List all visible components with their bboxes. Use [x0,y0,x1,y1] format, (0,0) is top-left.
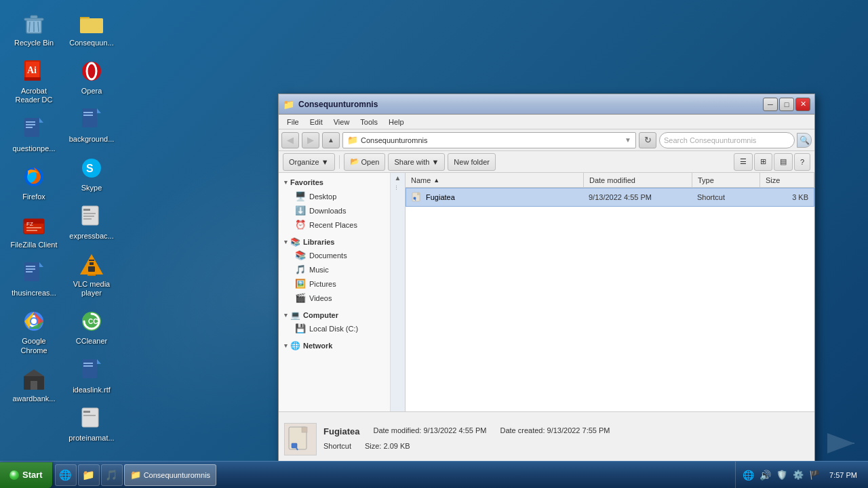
menu-view[interactable]: View [328,117,355,127]
view-list-button[interactable]: ☰ [734,153,753,171]
ideaslink-image [78,357,105,384]
computer-header[interactable]: ▾ 💻 Computer [279,309,390,321]
consequun-folder-icon[interactable]: Consequun... [64,7,119,50]
filezilla-icon[interactable]: FZ FileZilla Client [7,209,61,252]
nav-local-disk[interactable]: 💾 Local Disk (C:) [279,321,390,336]
organize-label: Organize [289,158,319,166]
menu-help[interactable]: Help [383,117,410,127]
fugiatea-filename: Fugiatea [426,193,455,201]
opera-icon[interactable]: Opera [64,55,119,98]
expressbac-icon[interactable]: expressbac... [64,200,119,243]
taskbar-media-icon[interactable]: 🎵 [101,464,123,486]
help-button[interactable]: ? [794,153,810,171]
svg-marker-40 [97,108,101,113]
menu-file[interactable]: File [281,117,304,127]
minimize-button[interactable]: ─ [763,98,778,111]
svg-rect-21 [26,230,37,231]
network-header[interactable]: ▾ 🌐 Network [279,340,390,352]
new-folder-button[interactable]: New folder [448,153,496,171]
start-button[interactable]: Start [0,462,52,488]
nav-panel: ▾ Favorites 🖥️ Desktop ⬇️ Downloads ⏰ Re… [279,173,391,411]
collapse-arrow[interactable]: ▲ [395,174,401,182]
tray-antivirus-icon[interactable]: ⚙️ [791,468,805,481]
col-date-label: Date modified [589,176,635,184]
nav-documents[interactable]: 📚 Documents [279,248,390,262]
recycle-bin-icon[interactable]: Recycle Bin [7,7,61,50]
tray-network-icon[interactable]: 🌐 [741,468,755,482]
svg-point-30 [31,319,37,324]
skype-icon[interactable]: S Skype [64,152,119,195]
firefox-icon[interactable]: Firefox [7,161,61,204]
svg-rect-47 [83,213,96,214]
col-name-header[interactable]: Name ▲ [406,173,584,187]
view-details-button[interactable]: ⊞ [754,153,772,171]
file-date-cell: 9/13/2022 4:55 PM [583,193,692,201]
taskbar-ie-icon[interactable]: 🌐 [55,464,77,486]
documents-nav-icon: 📚 [295,250,306,260]
taskbar-clock[interactable]: 7:57 PM [824,471,863,479]
address-dropdown-arrow[interactable]: ▼ [625,136,631,144]
nav-videos[interactable]: 🎬 Videos [279,291,390,305]
up-button[interactable]: ▲ [322,132,340,148]
favorites-header[interactable]: ▾ Favorites [279,176,390,189]
file-name-cell: Fugiatea [406,191,583,204]
back-button[interactable]: ◀ [281,132,299,148]
menu-tools[interactable]: Tools [355,117,383,127]
svg-marker-32 [24,369,44,376]
nav-desktop[interactable]: 🖥️ Desktop [279,189,390,203]
ccleaner-label: CCleaner [76,337,107,346]
nav-music[interactable]: 🎵 Music [279,262,390,277]
nav-recent-places[interactable]: ⏰ Recent Places [279,218,390,232]
breadcrumb-vert: ... [395,185,401,190]
maximize-button[interactable]: □ [779,98,794,111]
address-input[interactable]: 📁 Consequunturomnis ▼ [342,132,636,148]
ccleaner-icon[interactable]: CC CCleaner [64,305,119,348]
questionpe-icon[interactable]: questionpe... [7,113,61,156]
refresh-button[interactable]: ↻ [639,132,656,148]
close-button[interactable]: ✕ [795,98,810,111]
taskbar-explorer-item[interactable]: 📁 Consequunturomnis [124,464,216,486]
svg-rect-14 [26,127,33,128]
vlc-icon[interactable]: VLC media player [64,248,119,300]
forward-button[interactable]: ▶ [302,132,319,148]
menu-edit[interactable]: Edit [304,117,328,127]
svg-text:CC: CC [88,318,98,325]
svg-marker-23 [39,262,43,267]
nav-downloads[interactable]: ⬇️ Downloads [279,203,390,218]
chrome-label: Google Chrome [9,337,58,354]
svg-rect-25 [26,268,35,270]
videos-nav-label: Videos [309,294,332,302]
table-row[interactable]: Fugiatea 9/13/2022 4:55 PM Shortcut 3 KB [406,188,814,207]
tray-volume-icon[interactable]: 🔊 [758,468,772,482]
svg-marker-70 [827,433,854,453]
ideaslink-icon[interactable]: ideaslink.rtf [64,354,119,397]
svg-line-5 [38,22,39,32]
taskbar-folder-icon[interactable]: 📁 [78,464,100,486]
file-type-cell: Shortcut [692,193,760,201]
awardbank-icon[interactable]: awardbank... [7,363,61,406]
organize-button[interactable]: Organize ▼ [283,153,335,171]
acrobat-icon[interactable]: Ai Acrobat Reader DC [7,55,61,107]
firefox-label: Firefox [22,192,45,201]
search-box[interactable]: Search Consequunturomnis [659,132,795,148]
libraries-header[interactable]: ▾ 📚 Libraries [279,236,390,248]
col-size-header[interactable]: Size [760,173,814,187]
proteinama-icon[interactable]: proteinamat... [64,402,119,445]
share-with-button[interactable]: Share with ▼ [388,153,445,171]
favorites-label: Favorites [290,178,323,186]
action-toolbar: Organize ▼ 📂 Open Share with ▼ New folde… [279,151,814,173]
col-type-header[interactable]: Type [692,173,760,187]
chrome-icon[interactable]: Google Chrome [7,305,61,357]
background-icon[interactable]: background... [64,103,119,146]
downloads-nav-icon: ⬇️ [295,205,306,216]
tray-flag-icon[interactable]: 🏴 [808,468,821,481]
thusincreas-icon[interactable]: thusincreas... [7,257,61,300]
col-type-label: Type [698,176,714,184]
open-button[interactable]: 📂 Open [344,153,386,171]
col-date-header[interactable]: Date modified [584,173,692,187]
tray-security-icon[interactable]: 🛡️ [775,468,789,481]
background-image [78,106,105,133]
view-tiles-button[interactable]: ▤ [774,153,793,171]
nav-pictures[interactable]: 🖼️ Pictures [279,277,390,291]
search-button[interactable]: 🔍 [797,133,812,148]
